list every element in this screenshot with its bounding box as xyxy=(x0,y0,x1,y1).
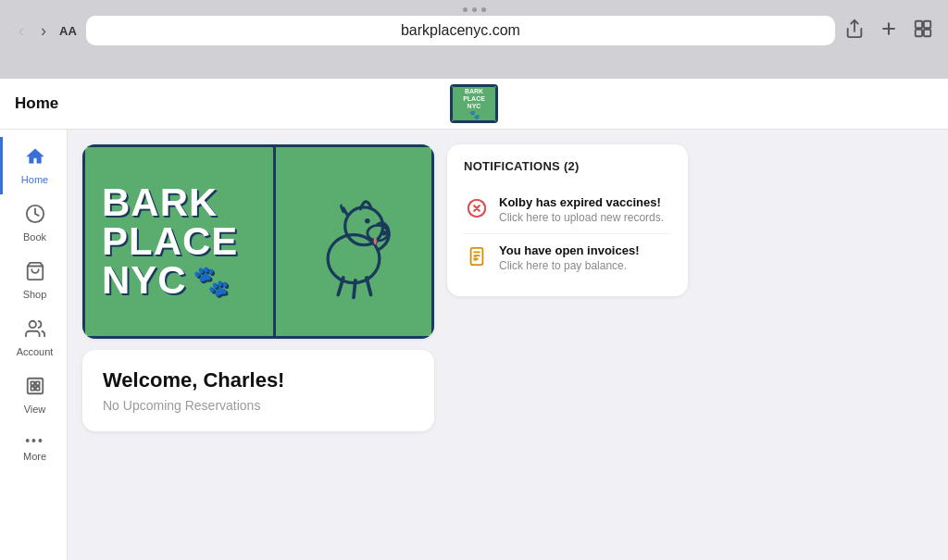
welcome-title: Welcome, Charles! xyxy=(103,368,414,392)
tabs-button[interactable] xyxy=(913,19,933,44)
hero-dog-area xyxy=(276,144,434,339)
forward-button[interactable]: › xyxy=(37,18,50,44)
svg-point-9 xyxy=(29,321,35,328)
notification-vaccines[interactable]: Kolby has expired vaccines! Click here t… xyxy=(464,186,671,234)
hero-text-bark: BARK xyxy=(102,183,256,222)
paw-icon: 🐾 xyxy=(193,266,231,295)
app-header: Home BARKPLACENYC 🐾 xyxy=(0,79,948,130)
svg-point-18 xyxy=(365,218,370,224)
notification-invoices-sub: Click here to pay balance. xyxy=(499,259,639,272)
share-button[interactable] xyxy=(844,19,865,44)
svg-line-20 xyxy=(354,280,356,298)
svg-rect-3 xyxy=(916,20,922,27)
svg-rect-6 xyxy=(924,29,930,35)
svg-rect-14 xyxy=(35,387,39,391)
hero-banner: BARK PLACE NYC 🐾 xyxy=(82,144,434,339)
dog-illustration xyxy=(298,181,409,302)
invoices-icon: $ xyxy=(464,243,490,269)
notifications-panel: NOTIFICATIONS (2) Kolby has expired vacc… xyxy=(447,144,688,296)
sidebar-item-book[interactable]: Book xyxy=(0,194,67,252)
svg-line-21 xyxy=(367,278,371,295)
sidebar-item-account-label: Account xyxy=(17,346,54,357)
sidebar-item-more-label: More xyxy=(23,451,46,462)
sidebar-item-account[interactable]: Account xyxy=(0,309,67,367)
app-container: Home BARKPLACENYC 🐾 Home xyxy=(0,79,948,560)
notification-invoices-title: You have open invoices! xyxy=(499,243,639,257)
hero-text-nyc: NYC 🐾 xyxy=(102,261,256,300)
sidebar-item-view-label: View xyxy=(24,404,46,415)
app-logo: BARKPLACENYC 🐾 xyxy=(450,84,498,123)
aa-button[interactable]: AA xyxy=(59,24,77,38)
view-icon xyxy=(25,376,45,401)
sidebar-item-shop[interactable]: Shop xyxy=(0,252,67,309)
hero-banner-card: BARK PLACE NYC 🐾 xyxy=(82,144,434,339)
shop-icon xyxy=(25,261,45,286)
page-title: Home xyxy=(15,94,58,113)
main-left: BARK PLACE NYC 🐾 xyxy=(82,144,434,431)
add-tab-button[interactable] xyxy=(879,19,898,43)
home-icon xyxy=(25,146,45,171)
browser-dots xyxy=(463,0,486,16)
svg-point-22 xyxy=(380,230,387,236)
welcome-subtitle: No Upcoming Reservations xyxy=(103,398,414,413)
browser-toolbar: ‹ › AA barkplacenyc.com xyxy=(0,16,948,45)
svg-rect-4 xyxy=(924,20,930,27)
sidebar-item-home-label: Home xyxy=(21,174,48,185)
hero-text-place: PLACE xyxy=(102,222,256,261)
toolbar-actions xyxy=(844,19,933,44)
svg-rect-5 xyxy=(916,29,922,35)
svg-rect-11 xyxy=(31,381,34,385)
back-button[interactable]: ‹ xyxy=(15,18,28,44)
sidebar-item-view[interactable]: View xyxy=(0,367,67,424)
main-layout: Home Book S xyxy=(0,130,948,560)
svg-rect-13 xyxy=(31,387,34,391)
notification-vaccines-text: Kolby has expired vaccines! Click here t… xyxy=(499,195,664,224)
svg-text:$: $ xyxy=(473,255,477,263)
sidebar: Home Book S xyxy=(0,130,68,560)
url-bar[interactable]: barkplacenyc.com xyxy=(86,16,835,45)
vaccines-icon xyxy=(464,195,490,221)
notification-invoices-text: You have open invoices! Click here to pa… xyxy=(499,243,639,272)
welcome-card: Welcome, Charles! No Upcoming Reservatio… xyxy=(82,350,434,431)
sidebar-item-more[interactable]: ••• More xyxy=(0,424,67,471)
sidebar-item-book-label: Book xyxy=(23,231,46,243)
svg-rect-12 xyxy=(35,381,39,385)
sidebar-item-home[interactable]: Home xyxy=(0,137,67,194)
content-area: BARK PLACE NYC 🐾 xyxy=(68,130,948,560)
sidebar-item-shop-label: Shop xyxy=(23,289,47,300)
account-icon xyxy=(25,318,45,343)
more-icon: ••• xyxy=(25,433,44,448)
notifications-header: NOTIFICATIONS (2) xyxy=(464,159,671,173)
browser-chrome: ‹ › AA barkplacenyc.com xyxy=(0,0,948,79)
svg-rect-10 xyxy=(27,379,43,394)
book-icon xyxy=(25,204,45,229)
notification-invoices[interactable]: $ You have open invoices! Click here to … xyxy=(464,234,671,281)
notification-vaccines-sub: Click here to upload new records. xyxy=(499,211,664,224)
notification-vaccines-title: Kolby has expired vaccines! xyxy=(499,195,664,209)
hero-text-area: BARK PLACE NYC 🐾 xyxy=(82,144,276,339)
